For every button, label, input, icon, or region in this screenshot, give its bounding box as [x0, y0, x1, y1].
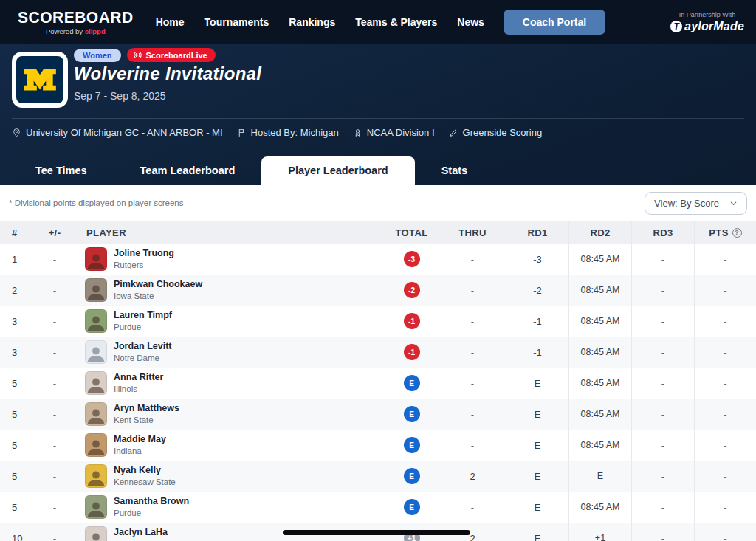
player-row-pimkwan-chookaew[interactable]: 2-Pimkwan ChookaewIowa State-2--208:45 A…	[0, 275, 756, 306]
player-name: Lauren Timpf	[114, 310, 172, 322]
pts-help-icon[interactable]: ?	[732, 228, 742, 238]
rd2-cell: 08:45 AM	[568, 244, 631, 275]
player-row-aryn-matthews[interactable]: 5-Aryn MatthewsKent StateE-E08:45 AM--	[0, 399, 756, 430]
plus-minus-cell: -	[35, 306, 74, 337]
nav-item-news[interactable]: News	[457, 16, 484, 28]
rd2-cell: 08:45 AM	[568, 492, 631, 523]
tournament-dates: Sep 7 - Sep 8, 2025	[74, 90, 166, 102]
col-header-label: RD1	[527, 227, 547, 238]
tab-player-leaderboard[interactable]: Player Leaderboard	[261, 156, 414, 185]
col-header-plus-minus: +/-	[35, 221, 74, 244]
player-row-anna-ritter[interactable]: 5-Anna RitterIllinoisE-E08:45 AM--	[0, 368, 756, 399]
player-cell: Joline TruongRutgers	[74, 244, 384, 275]
brand-title: SCOREBOARD	[18, 9, 134, 27]
player-name-block: Lauren TimpfPurdue	[114, 310, 172, 332]
total-score-badge: E	[404, 375, 420, 391]
total-score-badge: -1	[404, 344, 420, 360]
rd3-cell: -	[631, 399, 694, 430]
player-row-nyah-kelly[interactable]: 5-Nyah KellyKennesaw StateE2EE--	[0, 461, 756, 492]
col-header-label: PTS	[709, 227, 728, 238]
tab-team-leaderboard[interactable]: Team Leaderboard	[114, 156, 262, 185]
player-cell: Lauren TimpfPurdue	[74, 306, 384, 337]
chevron-down-icon	[729, 199, 738, 207]
thru-cell: -	[439, 368, 506, 399]
total-cell: E	[384, 492, 439, 523]
plus-minus-cell: -	[35, 430, 74, 461]
player-name: Joline Truong	[114, 248, 174, 260]
tab-tee-times[interactable]: Tee Times	[9, 156, 114, 185]
player-cell: Jordan LevittNotre Dame	[74, 337, 384, 368]
player-school: Iowa State	[114, 291, 202, 301]
scoreboard-logo[interactable]: SCOREBOARD Powered by clippd	[18, 9, 134, 35]
tournament-hero: Women ScoreboardLive Wolverine Invitatio…	[0, 44, 756, 185]
plus-minus-cell: -	[35, 368, 74, 399]
nav-item-rankings[interactable]: Rankings	[289, 16, 335, 28]
thru-cell: 2	[439, 461, 506, 492]
player-row-jordan-levitt[interactable]: 3-Jordan LevittNotre Dame-1--108:45 AM--	[0, 337, 756, 368]
meta-text: Greenside Scoring	[463, 127, 543, 138]
player-name: Samantha Brown	[114, 496, 189, 508]
divisional-points-note: * Divisional points displayed on player …	[9, 199, 184, 207]
meta-text: Hosted By: Michigan	[251, 127, 339, 138]
tournament-title: Wolverine Invitational	[74, 63, 261, 84]
player-school: Kent State	[114, 415, 179, 425]
rd3-cell: -	[631, 275, 694, 306]
thru-cell: -	[439, 399, 506, 430]
meta-text: NCAA Division I	[367, 127, 435, 138]
rd3-cell: -	[631, 337, 694, 368]
pencil-icon	[449, 128, 458, 138]
plus-minus-cell: -	[35, 492, 74, 523]
rd3-cell: -	[631, 244, 694, 275]
thru-cell: -	[439, 430, 506, 461]
tab-stats[interactable]: Stats	[415, 156, 494, 185]
col-header-pts: PTS?	[694, 221, 756, 244]
top-nav: SCOREBOARD Powered by clippd HomeTournam…	[0, 0, 756, 44]
player-row-samantha-brown[interactable]: 5-Samantha BrownPurdueE-E08:45 AM--	[0, 492, 756, 523]
player-avatar	[85, 526, 107, 541]
player-school: Kennesaw State	[114, 477, 176, 487]
player-avatar	[85, 340, 107, 364]
tournament-meta: University Of Michigan GC - ANN ARBOR - …	[12, 127, 542, 138]
nav-item-home[interactable]: Home	[156, 16, 185, 28]
hero-badges: Women ScoreboardLive	[74, 48, 216, 62]
thru-cell: -	[439, 306, 506, 337]
player-school: Notre Dame	[114, 353, 172, 363]
horizontal-scrollbar[interactable]	[283, 530, 470, 535]
rank-cell: 10	[0, 523, 35, 541]
rank-cell: 5	[0, 430, 35, 461]
col-header-player: PLAYER	[74, 221, 384, 244]
player-avatar	[85, 309, 107, 333]
player-name-block: Samantha BrownPurdue	[114, 496, 189, 518]
player-cell: Pimkwan ChookaewIowa State	[74, 275, 384, 306]
rank-cell: 3	[0, 306, 35, 337]
rd1-cell: -3	[506, 244, 568, 275]
nav-item-teams-players[interactable]: Teams & Players	[355, 16, 437, 28]
plus-minus-cell: -	[35, 523, 74, 541]
player-row-joline-truong[interactable]: 1-Joline TruongRutgers-3--308:45 AM--	[0, 244, 756, 275]
player-name: Aryn Matthews	[114, 403, 179, 415]
pts-cell: -	[694, 368, 756, 399]
player-name-block: Anna RitterIllinois	[114, 372, 163, 394]
meta-item-greenside: Greenside Scoring	[449, 127, 543, 138]
rd1-cell: -1	[506, 337, 568, 368]
plus-minus-cell: -	[35, 337, 74, 368]
col-header-label: +/-	[49, 227, 61, 238]
broadcast-icon	[133, 50, 142, 60]
rank-cell: 2	[0, 275, 35, 306]
table-body: 1-Joline TruongRutgers-3--308:45 AM--2-P…	[0, 244, 756, 541]
rank-cell: 5	[0, 492, 35, 523]
total-cell: E	[384, 430, 439, 461]
nav-item-tournaments[interactable]: Tournaments	[205, 16, 269, 28]
player-row-lauren-timpf[interactable]: 3-Lauren TimpfPurdue-1--108:45 AM--	[0, 306, 756, 337]
player-row-maddie-may[interactable]: 5-Maddie MayIndianaE-E08:45 AM--	[0, 430, 756, 461]
player-cell: Nyah KellyKennesaw State	[74, 461, 384, 492]
rank-cell: 5	[0, 461, 35, 492]
medal-icon	[353, 128, 362, 138]
total-score-badge: -1	[404, 313, 420, 329]
coach-portal-button[interactable]: Coach Portal	[504, 10, 605, 35]
main-nav: HomeTournamentsRankingsTeams & PlayersNe…	[156, 16, 484, 28]
player-school: Rutgers	[114, 260, 174, 270]
player-cell: Anna RitterIllinois	[74, 368, 384, 399]
view-select[interactable]: View: By Score	[645, 192, 747, 215]
player-name: Pimkwan Chookaew	[114, 279, 202, 291]
